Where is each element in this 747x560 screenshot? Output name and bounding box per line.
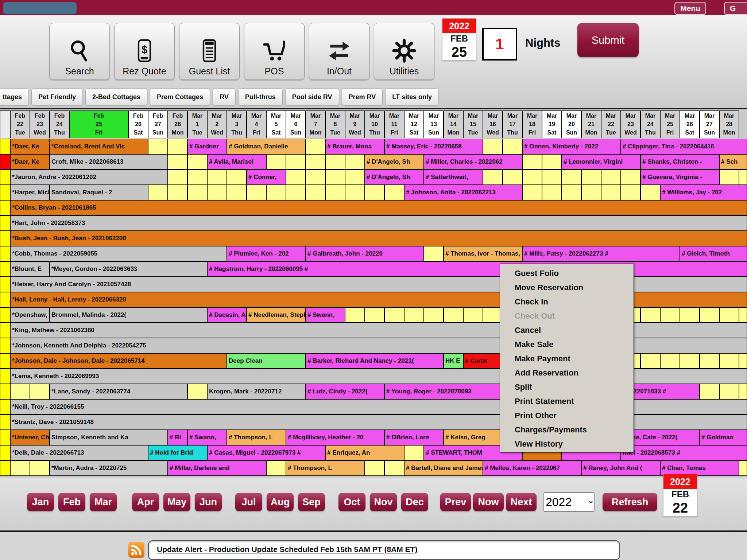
empty-day-cell[interactable]	[10, 384, 30, 399]
empty-day-cell[interactable]	[739, 353, 747, 369]
date-header-cell-mar-22[interactable]: Mar22Tue	[601, 110, 621, 138]
date-header-cell-mar-24[interactable]: Mar24Thu	[640, 110, 660, 138]
reservation-segment[interactable]: # Raney, John And (	[581, 460, 660, 476]
empty-day-cell[interactable]	[621, 170, 640, 185]
reservation-segment[interactable]: # Williams, Jay - 202	[660, 185, 747, 200]
reservation-segment[interactable]: # Conner,	[247, 170, 286, 185]
menu-item-move-reservation[interactable]: Move Reservation	[500, 280, 634, 295]
reservation-segment[interactable]: HK E	[444, 353, 463, 369]
date-header-cell-mar-13[interactable]: Mar13Sun	[424, 110, 444, 138]
reservation-segment[interactable]: # Needleman, Stephanie -	[247, 307, 306, 323]
reservation-segment[interactable]: *Daer, Ke	[10, 154, 50, 170]
tab-lt-sites-only[interactable]: LT sites only	[385, 88, 439, 106]
month-button-aug[interactable]: Aug	[267, 493, 294, 511]
reservation-segment[interactable]: # Dacasin, Albert - 2	[207, 307, 247, 323]
reservation-segment[interactable]: Sandoval, Raquel - 2	[50, 185, 148, 200]
empty-day-cell[interactable]	[719, 384, 739, 399]
reservation-segment[interactable]: # Gardner	[187, 139, 227, 154]
reservation-segment[interactable]: *Crosland, Brent And Vic	[50, 139, 148, 154]
reservation-segment[interactable]: # Avila, Marisel	[207, 154, 266, 170]
reservation-segment[interactable]: # Goldman	[700, 430, 747, 445]
toolbar-button-in-out[interactable]: In/Out	[309, 23, 369, 80]
date-header-cell-mar-1[interactable]: Mar1Tue	[187, 110, 207, 138]
empty-day-cell[interactable]	[601, 185, 621, 200]
empty-day-cell[interactable]	[266, 460, 286, 476]
empty-day-cell[interactable]	[483, 139, 503, 154]
empty-day-cell[interactable]	[542, 154, 562, 170]
empty-day-cell[interactable]	[187, 185, 207, 200]
date-header-cell-mar-18[interactable]: Mar18Fri	[522, 110, 542, 138]
reservation-segment[interactable]: # OBrien, Lore	[384, 430, 444, 445]
empty-day-cell[interactable]	[325, 185, 345, 200]
month-button-feb[interactable]: Feb	[58, 493, 85, 511]
empty-day-cell[interactable]	[660, 353, 680, 369]
reservation-segment[interactable]: *Heiser, Harry And Carolyn - 2021057428	[10, 277, 747, 292]
year-select[interactable]: 2022	[543, 492, 595, 512]
empty-day-cell[interactable]	[187, 384, 207, 399]
reservation-segment[interactable]: # Mcgillivary, Heather - 20	[286, 430, 384, 445]
date-header-cell-mar-20[interactable]: Mar20Sun	[562, 110, 581, 138]
reservation-segment[interactable]: # Bartell, Diane and James - 20	[404, 460, 483, 476]
empty-day-cell[interactable]	[227, 170, 247, 185]
reservation-segment[interactable]: # Swann,	[306, 307, 345, 323]
date-header-cell-feb-22[interactable]: Feb22Tue	[10, 110, 30, 138]
month-button-jun[interactable]: Jun	[195, 493, 222, 511]
reservation-segment[interactable]: # Brauer, Mona	[325, 139, 384, 154]
reservation-segment[interactable]: # Millar, Darlene and	[168, 460, 266, 476]
reservation-segment[interactable]: *Lane, Sandy - 2022063774	[50, 384, 187, 399]
reservation-segment[interactable]: *Meyer, Gordon - 2022063633	[50, 261, 207, 277]
date-header-cell-mar-15[interactable]: Mar15Tue	[463, 110, 483, 138]
reservation-segment[interactable]: # Clippinger, Tina - 2022064416	[621, 139, 747, 154]
toolbar-button-utilities[interactable]: Utilities	[374, 23, 434, 80]
reservation-segment[interactable]: # Shanks, Christen -	[640, 154, 719, 170]
reservation-segment[interactable]: # Gleich, Timoth	[680, 246, 747, 261]
date-header-cell-mar-28[interactable]: Mar28Mon	[719, 110, 739, 138]
empty-day-cell[interactable]	[187, 154, 207, 170]
empty-day-cell[interactable]	[739, 384, 747, 399]
empty-day-cell[interactable]	[148, 185, 168, 200]
reservation-segment[interactable]: # Thomas, Ivor - Thomas,	[444, 246, 522, 261]
date-header-cell-mar-7[interactable]: Mar7Mon	[306, 110, 325, 138]
reservation-segment[interactable]: # Plumlee, Ken - 202	[227, 246, 306, 261]
empty-day-cell[interactable]	[503, 170, 522, 185]
empty-day-cell[interactable]	[621, 185, 640, 200]
menu-item-make-sale[interactable]: Make Sale	[500, 337, 634, 351]
rss-feed-icon[interactable]	[128, 542, 144, 558]
empty-day-cell[interactable]	[640, 353, 660, 369]
empty-day-cell[interactable]	[562, 185, 581, 200]
empty-day-cell[interactable]	[187, 170, 207, 185]
empty-day-cell[interactable]	[365, 307, 384, 323]
reservation-segment[interactable]: hael - 2022068573 #	[621, 445, 747, 460]
empty-day-cell[interactable]	[522, 154, 542, 170]
tab-rv[interactable]: RV	[213, 88, 236, 106]
reservation-segment[interactable]: *Cobb, Thomas - 2022059055	[10, 246, 227, 261]
tab-ttages[interactable]: ttages	[0, 88, 29, 106]
menu-item-guest-folio[interactable]: Guest Folio	[500, 266, 634, 280]
refresh-button[interactable]: Refresh	[603, 493, 657, 511]
reservation-segment[interactable]: # Hold for Brid	[148, 445, 207, 460]
empty-day-cell[interactable]	[384, 307, 404, 323]
empty-day-cell[interactable]	[384, 460, 404, 476]
empty-day-cell[interactable]	[542, 185, 562, 200]
submit-button[interactable]: Submit	[577, 23, 639, 57]
empty-day-cell[interactable]	[660, 307, 680, 323]
reservation-segment[interactable]: *Hall, Lenny - Hall, Lenny - 2022066320	[10, 292, 747, 307]
empty-day-cell[interactable]	[680, 353, 700, 369]
empty-day-cell[interactable]	[700, 384, 719, 399]
toolbar-button-pos[interactable]: POS	[244, 23, 305, 80]
toolbar-button-rez-quote[interactable]: $ Rez Quote	[114, 23, 175, 80]
date-header-cell-mar-17[interactable]: Mar17Thu	[503, 110, 522, 138]
reservation-segment[interactable]: *Johnson, Dale - Johnson, Dale - 2022065…	[10, 353, 227, 369]
empty-day-cell[interactable]	[581, 185, 601, 200]
reservation-segment[interactable]: # Thompson, L	[227, 430, 286, 445]
menu-item-view-history[interactable]: View History	[500, 437, 634, 451]
month-button-nov[interactable]: Nov	[370, 493, 397, 511]
empty-day-cell[interactable]	[168, 170, 187, 185]
date-header-cell-mar-16[interactable]: Mar16Wed	[483, 110, 503, 138]
empty-day-cell[interactable]	[345, 307, 365, 323]
menu-item-print-statement[interactable]: Print Statement	[500, 394, 634, 408]
tab-pull-thrus[interactable]: Pull-thrus	[238, 88, 283, 106]
empty-day-cell[interactable]	[306, 170, 325, 185]
month-button-dec[interactable]: Dec	[401, 493, 428, 511]
empty-day-cell[interactable]	[739, 170, 747, 185]
